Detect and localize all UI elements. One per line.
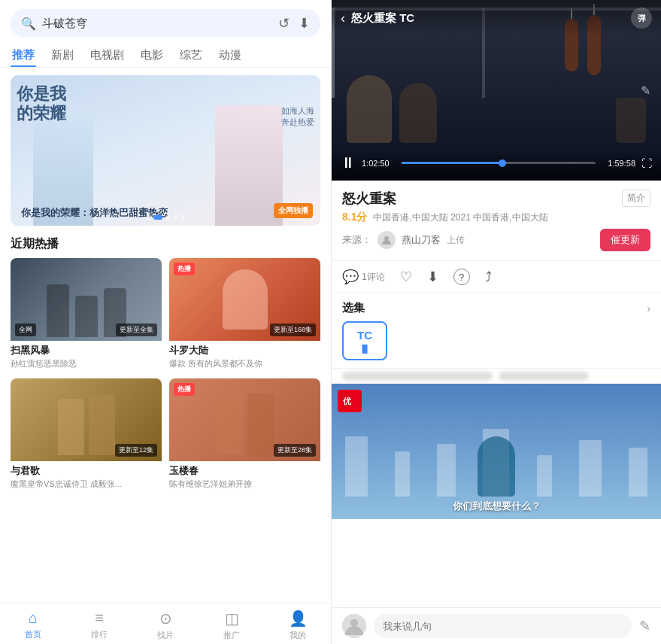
find-icon: ⊙ xyxy=(159,609,172,627)
source-label: 来源： xyxy=(342,233,371,247)
tab-new-drama[interactable]: 新剧 xyxy=(50,44,75,67)
actions-row: 💬 1评论 ♡ ⬇ ? ⤴ xyxy=(332,261,661,293)
nav-find[interactable]: ⊙ 找片 xyxy=(132,609,199,641)
upload-text: 上传 xyxy=(447,234,465,247)
nav-promote-label: 推广 xyxy=(223,630,240,641)
episode-progress-icon: ▐▌ xyxy=(359,345,370,353)
svg-point-4 xyxy=(350,619,358,627)
comment-bar: ✎ xyxy=(332,607,661,644)
rating: 8.1分 xyxy=(342,211,367,224)
banner-dots xyxy=(146,215,185,220)
update-button[interactable]: 催更新 xyxy=(600,229,650,251)
update-badge-4: 更新至28集 xyxy=(274,444,316,457)
search-input-text[interactable]: 斗破苍穹 xyxy=(42,17,272,31)
tab-movie[interactable]: 电影 xyxy=(139,44,165,67)
source-avatar xyxy=(377,231,396,249)
share-action[interactable]: ⤴ xyxy=(485,269,492,285)
comment-edit-icon[interactable]: ✎ xyxy=(639,618,650,634)
help-action[interactable]: ? xyxy=(453,269,470,285)
download-action[interactable]: ⬇ xyxy=(427,269,438,285)
blur-block-2 xyxy=(499,372,589,381)
tab-anime[interactable]: 动漫 xyxy=(217,44,243,67)
tab-recommend[interactable]: 推荐 xyxy=(11,44,36,67)
play-pause-button[interactable]: ⏸ xyxy=(341,154,356,172)
like-icon: ♡ xyxy=(400,269,412,285)
hot-item-desc-1: 孙红雷惩恶黑除恶 xyxy=(11,358,162,369)
hot-item-desc-2: 爆款 所有的风景都不及你 xyxy=(169,358,320,369)
ranking-icon: ≡ xyxy=(95,609,104,627)
nav-find-label: 找片 xyxy=(157,630,174,641)
promote-icon: ◫ xyxy=(225,609,239,627)
tab-variety[interactable]: 综艺 xyxy=(178,44,204,67)
banner[interactable]: 你是我 的荣耀 如海人海 奔赴热爱 你是我的荣耀：杨洋热巴甜蜜热恋 全网独播 xyxy=(11,75,320,226)
progress-fill xyxy=(402,162,502,164)
hot-item-2[interactable]: 热播 更新至168集 斗罗大陆 爆款 所有的风景都不及你 xyxy=(169,258,320,371)
hot-item-name-1: 扫黑风暴 xyxy=(11,344,162,357)
video-back-button[interactable]: ‹ xyxy=(341,11,345,26)
comment-icon: 💬 xyxy=(342,269,359,285)
progress-bar: ⏸ 1:02:50 1:59:58 ⛶ xyxy=(341,154,652,172)
share-icon: ⤴ xyxy=(485,269,492,285)
fullscreen-button[interactable]: ⛶ xyxy=(641,157,652,169)
history-icon[interactable]: ↺ xyxy=(278,15,290,32)
episode-tc[interactable]: TC ▐▌ xyxy=(342,321,387,360)
nav-promote[interactable]: ◫ 推广 xyxy=(199,609,265,641)
progress-thumb xyxy=(499,159,506,167)
hot-item-name-4: 玉楼春 xyxy=(169,464,320,478)
hot-item-name-2: 斗罗大陆 xyxy=(169,344,320,357)
hot-badge-2: 热播 xyxy=(174,263,195,275)
update-badge-1: 更新至全集 xyxy=(116,324,157,336)
svg-text:优: 优 xyxy=(342,396,352,406)
left-panel: 🔍 斗破苍穹 ↺ ⬇ 推荐 新剧 电视剧 电影 综艺 动漫 你是我 的荣耀 如海… xyxy=(0,0,331,644)
hot-item-4[interactable]: 热播 更新至28集 玉楼春 陈有维徐艺洋姐弟开撩 xyxy=(169,378,320,491)
video-player[interactable]: ‹ 怒火重案 TC 弹 ✎ ⏸ 1:02:50 1:59:58 ⛶ xyxy=(332,0,661,181)
recommend-section: 你们到底想要什么？ 优 xyxy=(332,384,661,607)
help-icon: ? xyxy=(453,269,470,285)
comment-action[interactable]: 💬 1评论 xyxy=(342,269,385,285)
info-section: 怒火重案 简介 8.1分 中国香港,中国大陆 2021 中国香港,中国大陆 来源… xyxy=(332,181,661,261)
blur-block-1 xyxy=(342,372,493,381)
danmaku-icon[interactable]: 弹 xyxy=(631,8,652,29)
comment-input[interactable] xyxy=(374,614,632,638)
current-time: 1:02:50 xyxy=(362,159,396,168)
video-top-bar: ‹ 怒火重案 TC 弹 xyxy=(332,0,661,36)
nav-home[interactable]: ⌂ 首页 xyxy=(0,609,66,641)
rec-logo: 优 xyxy=(338,390,362,412)
comment-count: 1评论 xyxy=(362,271,385,284)
total-time: 1:59:58 xyxy=(602,159,635,168)
rec-subtitle: 你们到底想要什么？ xyxy=(332,500,661,513)
hot-item-1[interactable]: 全网 更新至全集 扫黑风暴 孙红雷惩恶黑除恶 xyxy=(11,258,162,371)
nav-ranking[interactable]: ≡ 排行 xyxy=(66,609,132,641)
nav-home-label: 首页 xyxy=(25,629,41,640)
video-title: 怒火重案 TC xyxy=(351,11,625,26)
video-edit-icon[interactable]: ✎ xyxy=(641,84,650,98)
recommend-thumb[interactable]: 你们到底想要什么？ 优 xyxy=(332,384,661,519)
blurred-content xyxy=(332,369,661,384)
tab-tv-series[interactable]: 电视剧 xyxy=(89,44,126,67)
search-bar: 🔍 斗破苍穹 ↺ ⬇ xyxy=(11,9,320,38)
update-badge-2: 更新至168集 xyxy=(270,324,316,336)
profile-icon: 👤 xyxy=(289,609,308,627)
hot-item-3[interactable]: 更新至12集 与君歌 腹黑皇帝VS忠诚侍卫 成毅张... xyxy=(11,378,162,491)
meta-info: 中国香港,中国大陆 2021 中国香港,中国大陆 xyxy=(373,211,547,224)
episodes-title: 选集 xyxy=(342,301,365,315)
like-action[interactable]: ♡ xyxy=(400,269,412,285)
hot-item-desc-3: 腹黑皇帝VS忠诚侍卫 成毅张... xyxy=(11,478,162,490)
hot-grid: 全网 更新至全集 扫黑风暴 孙红雷惩恶黑除恶 热播 更新至168集 斗罗大陆 xyxy=(0,258,331,491)
update-badge-3: 更新至12集 xyxy=(115,444,157,457)
source-name: 燕山刀客 xyxy=(402,233,441,247)
intro-button[interactable]: 简介 xyxy=(622,190,650,207)
progress-track[interactable] xyxy=(402,162,596,164)
hot-item-name-3: 与君歌 xyxy=(11,464,162,478)
video-controls: ⏸ 1:02:50 1:59:58 ⛶ xyxy=(332,150,661,181)
bottom-nav: ⌂ 首页 ≡ 排行 ⊙ 找片 ◫ 推广 👤 我的 xyxy=(0,603,331,644)
nav-ranking-label: 排行 xyxy=(91,629,108,640)
episodes-arrow[interactable]: › xyxy=(647,302,650,314)
download-icon[interactable]: ⬇ xyxy=(299,15,310,32)
search-icon: 🔍 xyxy=(21,17,36,31)
quanwang-badge-1: 全网 xyxy=(15,324,36,336)
nav-profile[interactable]: 👤 我的 xyxy=(265,609,331,641)
drama-title: 怒火重案 xyxy=(342,190,396,208)
search-actions: ↺ ⬇ xyxy=(278,15,310,32)
hot-section-title: 近期热播 xyxy=(0,236,331,258)
